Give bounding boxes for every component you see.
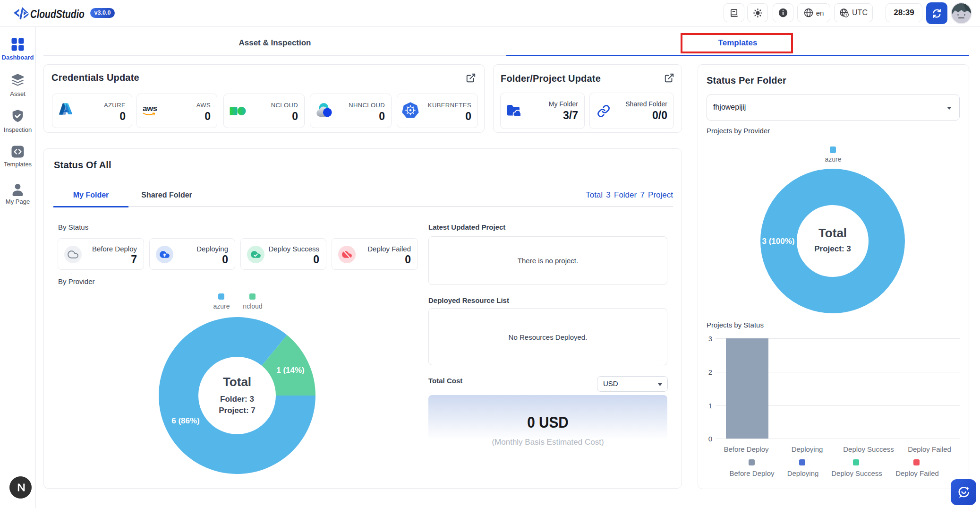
svg-text:aws: aws [143, 104, 157, 113]
